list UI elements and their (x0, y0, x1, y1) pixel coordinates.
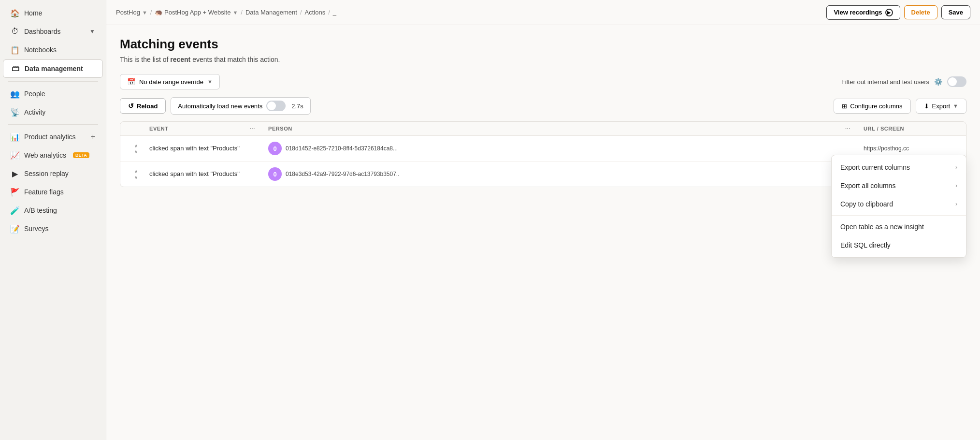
sidebar-item-session-replay[interactable]: ▶ Session replay (3, 165, 103, 182)
sidebar-item-activity[interactable]: 📡 Activity (3, 103, 103, 121)
sidebar-item-web-analytics[interactable]: 📈 Web analytics BETA (3, 147, 103, 164)
sidebar-label-notebooks: Notebooks (24, 46, 57, 54)
sidebar-label-web-analytics: Web analytics (24, 151, 66, 159)
person-id-2[interactable]: 018e3d53-42a9-7922-97d6-ac13793b3507.. (286, 171, 400, 177)
expand-row-2[interactable]: ∧ ∨ (126, 169, 145, 180)
beta-badge: BETA (73, 152, 89, 158)
export-all-columns-item[interactable]: Export all columns › (832, 176, 966, 195)
topbar: PostHog ▼ / 🦔 PostHog App + Website ▼ / … (106, 0, 980, 25)
export-button[interactable]: ⬇ Export ▼ (916, 99, 966, 114)
copy-to-clipboard-item[interactable]: Copy to clipboard › (832, 195, 966, 213)
person-id-1[interactable]: 018d1452-e825-7210-8ff4-5d3726184ca8... (286, 145, 398, 152)
sidebar-item-notebooks[interactable]: 📋 Notebooks (3, 41, 103, 59)
reload-button[interactable]: ↺ Reload (120, 98, 166, 114)
export-chevron-icon: ▼ (953, 103, 958, 109)
save-button[interactable]: Save (941, 5, 970, 19)
filter-toggle-row: Filter out internal and test users ⚙️ (841, 76, 966, 87)
session-replay-icon: ▶ (11, 169, 19, 178)
sidebar-divider (8, 81, 98, 82)
plus-icon[interactable]: + (91, 132, 95, 141)
person-avatar-1: 0 (268, 142, 282, 155)
chevron-icon: ▼ (89, 28, 95, 35)
sidebar-label-surveys: Surveys (24, 225, 49, 233)
open-table-as-insight-item[interactable]: Open table as a new insight (832, 218, 966, 236)
topbar-actions: View recordings ▶ Delete Save (826, 5, 970, 20)
data-management-icon: 🗃 (11, 64, 20, 73)
table-header: EVENT ··· PERSON ··· URL / SCREEN (120, 122, 966, 136)
notebooks-icon: 📋 (11, 45, 19, 54)
col-header-event: EVENT (149, 126, 246, 132)
breadcrumb-app[interactable]: 🦔 PostHog App + Website ▼ (155, 9, 238, 16)
edit-sql-directly-item[interactable]: Edit SQL directly (832, 236, 966, 254)
delete-button[interactable]: Delete (904, 5, 937, 19)
reload-icon: ↺ (128, 102, 134, 110)
breadcrumb-actions[interactable]: Actions (305, 9, 326, 16)
col-header-url: URL / SCREEN (864, 126, 960, 132)
view-recordings-button[interactable]: View recordings ▶ (826, 5, 900, 20)
chevron-right-icon-1: › (955, 182, 957, 189)
chevron-down-icon: ▼ (207, 79, 213, 85)
calendar-icon: 📅 (127, 78, 135, 86)
home-icon: 🏠 (11, 9, 19, 17)
person-avatar-2: 0 (268, 167, 282, 181)
sidebar: 🏠 Home ⏱ Dashboards ▼ 📋 Notebooks 🗃 Data… (0, 0, 106, 440)
actions-row: ↺ Reload Automatically load new events 2… (120, 97, 966, 115)
sidebar-label-people: People (24, 90, 45, 98)
sidebar-label-home: Home (24, 9, 42, 17)
configure-columns-button[interactable]: ⊞ Configure columns (834, 99, 910, 114)
page-title: Matching events (120, 37, 966, 52)
person-cell-2: 0 018e3d53-42a9-7922-97d6-ac13793b3507.. (268, 167, 841, 181)
sidebar-label-dashboards: Dashboards (24, 28, 61, 35)
filter-toggle[interactable] (947, 76, 966, 87)
play-circle-icon: ▶ (885, 9, 893, 16)
sidebar-label-ab-testing: A/B testing (24, 206, 57, 214)
sidebar-label-data-management: Data management (25, 65, 83, 73)
col-header-person: PERSON (268, 126, 841, 132)
url-1[interactable]: https://posthog.cc (864, 145, 960, 152)
dashboards-icon: ⏱ (11, 27, 19, 36)
chevron-right-icon-2: › (955, 201, 957, 207)
page-subtitle: This is the list of recent events that m… (120, 56, 966, 63)
download-icon: ⬇ (924, 103, 929, 110)
date-range-button[interactable]: 📅 No date range override ▼ (120, 74, 220, 89)
breadcrumb-posthog[interactable]: PostHog ▼ (116, 9, 147, 16)
auto-load-toggle[interactable] (266, 101, 286, 111)
sidebar-label-activity: Activity (24, 108, 45, 116)
sidebar-item-product-analytics[interactable]: 📊 Product analytics + (3, 128, 103, 146)
dropdown-divider (832, 215, 966, 216)
toolbar-row: 📅 No date range override ▼ Filter out in… (120, 74, 966, 89)
sidebar-divider-2 (8, 124, 98, 125)
sidebar-label-session-replay: Session replay (24, 170, 69, 177)
person-cell-1: 0 018d1452-e825-7210-8ff4-5d3726184ca8..… (268, 142, 841, 155)
sidebar-label-product-analytics: Product analytics (24, 133, 76, 141)
filter-settings-icon: ⚙️ (934, 78, 942, 86)
people-icon: 👥 (11, 89, 19, 98)
timer-text: 2.7s (291, 103, 303, 110)
feature-flags-icon: 🚩 (11, 188, 19, 196)
auto-load-row: Automatically load new events 2.7s (171, 97, 310, 115)
sidebar-item-home[interactable]: 🏠 Home (3, 4, 103, 22)
export-dropdown-menu: Export current columns › Export all colu… (831, 155, 966, 258)
surveys-icon: 📝 (11, 224, 19, 233)
col-event-options[interactable]: ··· (250, 126, 264, 132)
event-name-2: clicked span with text "Products" (149, 170, 246, 178)
ab-testing-icon: 🧪 (11, 206, 19, 215)
sidebar-item-surveys[interactable]: 📝 Surveys (3, 220, 103, 237)
sidebar-label-feature-flags: Feature flags (24, 188, 64, 196)
sidebar-item-data-management[interactable]: 🗃 Data management (3, 59, 103, 78)
product-analytics-icon: 📊 (11, 132, 19, 141)
breadcrumb: PostHog ▼ / 🦔 PostHog App + Website ▼ / … (116, 9, 822, 16)
activity-icon: 📡 (11, 108, 19, 117)
breadcrumb-current[interactable]: _ (333, 9, 336, 16)
sliders-icon: ⊞ (842, 103, 847, 110)
col-person-options[interactable]: ··· (845, 126, 860, 132)
sidebar-item-feature-flags[interactable]: 🚩 Feature flags (3, 183, 103, 201)
export-current-columns-item[interactable]: Export current columns › (832, 158, 966, 176)
sidebar-item-people[interactable]: 👥 People (3, 85, 103, 103)
web-analytics-icon: 📈 (11, 151, 19, 160)
sidebar-item-dashboards[interactable]: ⏱ Dashboards ▼ (3, 23, 103, 40)
sidebar-item-ab-testing[interactable]: 🧪 A/B testing (3, 202, 103, 219)
chevron-right-icon-0: › (955, 164, 957, 171)
breadcrumb-data-management[interactable]: Data Management (245, 9, 297, 16)
expand-row-1[interactable]: ∧ ∨ (126, 143, 145, 154)
